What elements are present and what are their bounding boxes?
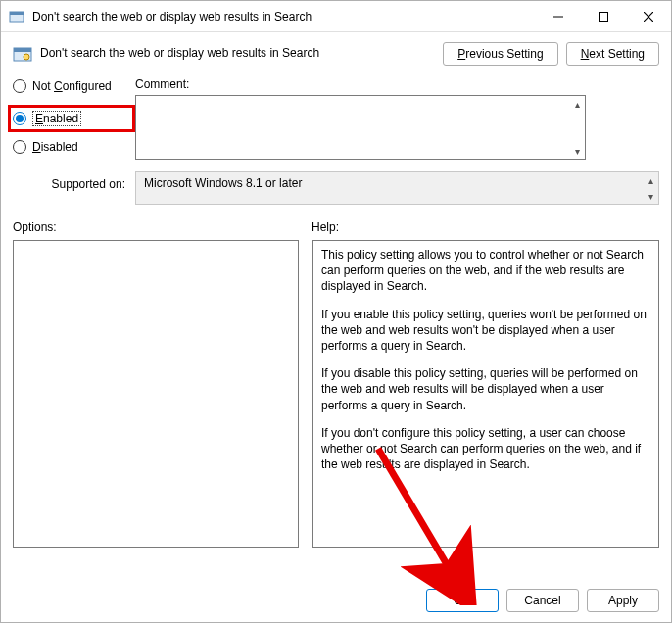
titlebar: Don't search the web or display web resu…	[1, 1, 671, 32]
titlebar-title: Don't search the web or display web resu…	[32, 10, 536, 24]
policy-icon	[9, 9, 24, 24]
help-paragraph: If you don't configure this policy setti…	[321, 425, 650, 473]
policy-dialog-window: Don't search the web or display web resu…	[0, 0, 672, 623]
comment-label: Comment:	[135, 77, 189, 91]
maximize-button[interactable]	[581, 1, 626, 32]
policy-icon-large	[13, 44, 32, 64]
panel-labels-row: Options: Help:	[13, 220, 659, 234]
minimize-button[interactable]	[536, 1, 581, 32]
panels-row: This policy setting allows you to contro…	[13, 240, 659, 569]
nav-buttons: Previous Setting Next Setting	[443, 42, 659, 66]
help-paragraph: This policy setting allows you to contro…	[321, 247, 650, 295]
help-paragraph: If you enable this policy setting, queri…	[321, 307, 650, 355]
supported-row: Supported on: Microsoft Windows 8.1 or l…	[13, 171, 659, 205]
help-paragraph: If you disable this policy setting, quer…	[321, 365, 650, 413]
help-panel: This policy setting allows you to contro…	[312, 240, 659, 548]
next-setting-button[interactable]: Next Setting	[566, 42, 659, 66]
radio-circle-icon	[13, 140, 26, 154]
previous-setting-button[interactable]: Previous Setting	[443, 42, 557, 66]
radio-circle-icon	[13, 79, 26, 93]
radio-circle-icon	[13, 112, 26, 125]
comment-textarea[interactable]: ▴ ▾	[135, 95, 586, 160]
window-controls	[536, 1, 671, 32]
radio-not-configured[interactable]: Not Configured	[13, 79, 135, 93]
dialog-content: Don't search the web or display web resu…	[1, 32, 671, 579]
scroll-up-icon[interactable]: ▴	[644, 173, 657, 187]
svg-point-8	[24, 54, 29, 60]
svg-rect-3	[600, 12, 608, 21]
radio-enabled[interactable]: Enabled	[13, 111, 124, 126]
scroll-down-icon[interactable]: ▾	[644, 189, 657, 203]
radio-label: Disabled	[32, 140, 78, 154]
header-row: Don't search the web or display web resu…	[13, 42, 659, 66]
scroll-up-icon[interactable]: ▴	[570, 97, 584, 111]
help-label: Help:	[312, 220, 339, 234]
svg-rect-7	[14, 48, 31, 52]
close-button[interactable]	[626, 1, 671, 32]
cancel-button[interactable]: Cancel	[506, 589, 579, 612]
radio-disabled[interactable]: Disabled	[13, 140, 135, 154]
state-row: Not Configured Enabled Disabled Comment:…	[13, 77, 659, 166]
radio-label: Enabled	[32, 111, 81, 126]
apply-button[interactable]: Apply	[587, 589, 659, 612]
dialog-footer: OK Cancel Apply	[1, 579, 671, 622]
supported-label: Supported on:	[13, 171, 135, 191]
supported-value: Microsoft Windows 8.1 or later	[144, 176, 302, 190]
scroll-down-icon[interactable]: ▾	[570, 144, 584, 158]
ok-button[interactable]: OK	[426, 589, 499, 612]
radio-label: Not Configured	[32, 79, 112, 93]
supported-value-box: Microsoft Windows 8.1 or later ▴ ▾	[135, 171, 659, 205]
highlight-annotation: Enabled	[8, 105, 135, 132]
options-label: Options:	[13, 220, 312, 234]
policy-title: Don't search the web or display web resu…	[40, 42, 435, 60]
state-options: Not Configured Enabled Disabled	[13, 77, 135, 166]
options-panel	[13, 240, 299, 548]
svg-rect-1	[10, 12, 24, 15]
comment-section: Comment: ▴ ▾	[135, 77, 659, 160]
